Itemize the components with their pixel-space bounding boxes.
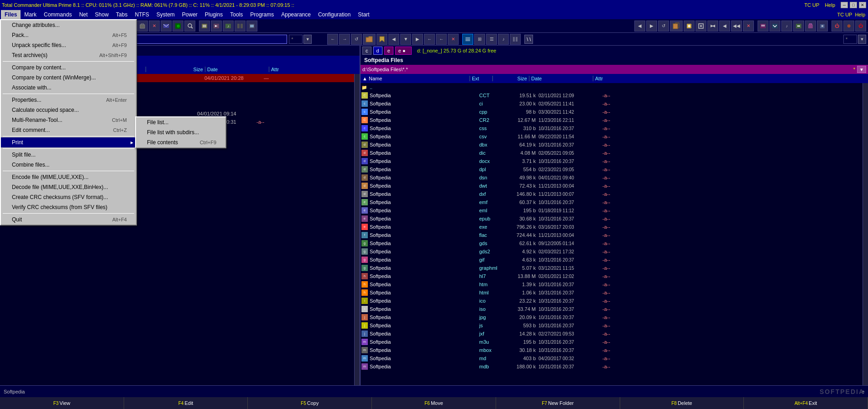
tb-btn-12[interactable] — [137, 21, 148, 31]
f6-move-btn[interactable]: F6 Move — [372, 397, 496, 409]
f4-edit-btn[interactable]: F4 Edit — [124, 397, 248, 409]
right-path-backslash[interactable]: \ \ — [524, 35, 533, 44]
right-nav-refresh-btn[interactable]: ↺ — [351, 34, 362, 45]
left-filter-dropdown[interactable]: ▼ — [303, 35, 312, 44]
tb-right-9[interactable]: ◀◀ — [731, 21, 742, 31]
right-scrollbar[interactable] — [863, 83, 868, 385]
right-brief-btn[interactable]: ⊞ — [474, 34, 485, 45]
menu-encode-file[interactable]: Encode file (MIME,UUE,XXE)... — [1, 172, 136, 182]
menu-item-system[interactable]: System — [153, 10, 178, 19]
menu-create-crc[interactable]: Create CRC checksums (SFV format)... — [1, 192, 136, 202]
restore-button[interactable]: □ — [850, 2, 857, 8]
right-custom-btn[interactable]: ☰ — [486, 34, 497, 45]
table-row[interactable]: iSoftpediaico23.22 k10/31/2016 20:37-a-- — [361, 297, 863, 305]
table-row[interactable]: eSoftpediaeml195 b01/18/2019 11:12-a-- — [361, 206, 863, 215]
menu-combine-files[interactable]: Combine files... — [1, 160, 136, 170]
tb-right-16[interactable] — [817, 21, 828, 31]
right-col-name[interactable]: ▲ Name — [361, 76, 470, 81]
tb-right-5[interactable] — [684, 21, 695, 31]
menu-item-appearance[interactable]: Appearance — [277, 10, 314, 19]
right-col-ext[interactable]: Ext — [470, 76, 493, 81]
table-row[interactable]: gSoftpediagif4.63 k10/31/2016 20:37-a-- — [361, 256, 863, 264]
menu-item-configuration[interactable]: Configuration — [314, 10, 354, 19]
tb-right-12[interactable] — [769, 21, 780, 31]
right-nav-folder-btn[interactable] — [363, 34, 376, 45]
f3-view-btn[interactable]: F3 View — [0, 397, 124, 409]
right-cols-btn[interactable] — [510, 34, 521, 45]
table-row[interactable]: jSoftpediajpg20.09 k10/31/2016 20:37-a-- — [361, 313, 863, 321]
right-drive-e[interactable]: e — [384, 47, 393, 55]
menu-multi-rename[interactable]: Multi-Rename-Tool... Ctrl+M — [1, 115, 136, 125]
left-path-input[interactable] — [136, 35, 287, 44]
right-nav-close-btn[interactable]: ✕ — [448, 34, 459, 45]
right-drive-c[interactable]: c — [362, 47, 371, 55]
table-row[interactable]: jSoftpediajs593 b10/31/2016 20:37-a-- — [361, 321, 863, 330]
menu-item-power[interactable]: Power — [178, 10, 201, 19]
tb-right-15[interactable] — [805, 21, 816, 31]
table-row[interactable]: hSoftpediahl713.88 M02/01/2021 12:02-a-- — [361, 272, 863, 280]
tb-btn-20[interactable] — [235, 21, 246, 31]
tb-btn-17[interactable] — [199, 21, 210, 31]
menu-compare-content[interactable]: Compare by content... — [1, 63, 136, 73]
table-row[interactable]: dSoftpediadpl554 b02/23/2021 09:05-a-- — [361, 165, 863, 173]
tb-btn-19[interactable]: ♪ — [223, 21, 234, 31]
table-row[interactable]: mSoftpediamdb188.00 k10/31/2016 20:37-a-… — [361, 362, 863, 371]
right-music-btn[interactable]: ♪ — [498, 34, 509, 45]
right-filter-dropdown[interactable]: ▼ — [858, 35, 866, 44]
tb-btn-15[interactable]: ⚙ — [173, 21, 183, 31]
tb-btn-21[interactable] — [246, 21, 257, 31]
table-row[interactable]: cSoftpediaci23.00 k02/05/2021 11:41-a-- — [361, 100, 863, 108]
right-drive-f[interactable]: e ● — [395, 47, 412, 55]
menu-verify-crc[interactable]: Verify CRC checksums (from SFV files) — [1, 202, 136, 212]
menu-item-tools[interactable]: Tools — [226, 10, 246, 19]
table-row[interactable]: iSoftpediaiso33.74 M10/31/2016 20:37-a-- — [361, 305, 863, 313]
right-nav-left3-btn[interactable]: ← — [436, 34, 447, 45]
menu-item-programs[interactable]: Programs — [246, 10, 277, 19]
altf4-exit-btn[interactable]: Alt+F4 Exit — [744, 397, 868, 409]
left-scrollbar[interactable] — [354, 74, 360, 385]
menu-calc-space[interactable]: Calculate occupied space... — [1, 105, 136, 115]
table-row[interactable]: dSoftpediadic4.08 M02/05/2021 09:05-a-- — [361, 149, 863, 157]
print-file-list-subdirs[interactable]: File list with subdirs... — [136, 127, 225, 137]
tb-right-8[interactable]: ◀ — [719, 21, 730, 31]
menu-change-attrs[interactable]: Change attributes... — [1, 20, 136, 30]
table-row[interactable]: mSoftpediamd403 b04/20/2017 00:32-a-- — [361, 354, 863, 362]
menu-item-start[interactable]: Start — [354, 10, 373, 19]
table-row[interactable]: eSoftpediaexe796.26 k03/16/2017 20:03-a-… — [361, 223, 863, 231]
tb-right-10[interactable]: ✕ — [743, 21, 754, 31]
right-col-size[interactable]: Size — [493, 76, 529, 81]
table-row[interactable]: cSoftpediacpp98 b03/30/2021 11:42-a-- — [361, 108, 863, 116]
table-row[interactable]: hSoftpediahtml1.06 k10/31/2016 20:37-a-- — [361, 288, 863, 297]
menu-test-archive[interactable]: Test archive(s) Alt+Shift+F9 — [1, 50, 136, 60]
right-path-filter[interactable]: * — [843, 35, 857, 44]
menu-decode-file[interactable]: Decode file (MIME,UUE,XXE,BinHex)... — [1, 182, 136, 192]
menu-item-plugins[interactable]: Plugins — [201, 10, 226, 19]
tb-power-2[interactable]: ⊗ — [843, 21, 854, 31]
menu-item-tabs[interactable]: Tabs — [112, 10, 131, 19]
table-row[interactable]: hSoftpediahtm1.39 k10/31/2016 20:37-a-- — [361, 280, 863, 288]
right-nav-back-btn[interactable]: ← — [327, 34, 338, 45]
table-row[interactable]: dSoftpediadbx64.19 k10/31/2016 20:37-a-- — [361, 141, 863, 149]
menu-quit[interactable]: Quit Alt+F4 — [1, 215, 136, 225]
table-row[interactable]: gSoftpediagds24.92 k02/03/2021 17:32-a-- — [361, 247, 863, 256]
left-filter-input[interactable]: * — [289, 35, 303, 44]
right-nav-left-btn[interactable]: ◀ — [388, 34, 399, 45]
tb-btn-18[interactable] — [211, 21, 222, 31]
tb-btn-13[interactable]: ✕ — [149, 21, 160, 31]
right-drive-d[interactable]: d — [373, 47, 382, 55]
table-row[interactable]: fSoftpediaflac724.44 k11/21/2013 00:04-a… — [361, 231, 863, 239]
menu-item-net[interactable]: Net — [75, 10, 91, 19]
tb-btn-14[interactable] — [161, 21, 172, 31]
table-row[interactable]: eSoftpediaepub30.68 k10/31/2016 20:37-a-… — [361, 215, 863, 223]
table-row[interactable]: CSoftpediaCCT19.51 k02/11/2021 12:09-a-- — [361, 91, 863, 100]
print-file-contents[interactable]: File contents Ctrl+F9 — [136, 137, 225, 147]
tb-right-14[interactable] — [793, 21, 804, 31]
f8-delete-btn[interactable]: F8 Delete — [620, 397, 744, 409]
tb-power-1[interactable]: ⏻ — [831, 21, 842, 31]
table-row[interactable]: gSoftpediagraphml5.07 k03/12/2021 11:15-… — [361, 264, 863, 272]
right-col-date[interactable]: Date — [529, 76, 593, 81]
minimize-button[interactable]: ─ — [841, 2, 848, 8]
table-row[interactable]: cSoftpediacsv11.66 M09/22/2020 11:54-a-- — [361, 132, 863, 141]
right-nav-right-btn[interactable]: ▶ — [412, 34, 423, 45]
right-col-attr[interactable]: Attr — [593, 76, 621, 81]
